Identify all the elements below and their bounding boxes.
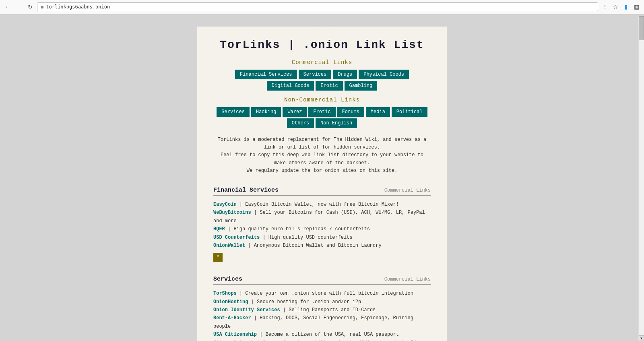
forward-button[interactable]: →: [14, 2, 23, 11]
nav-nc-political[interactable]: Political: [392, 107, 427, 117]
list-item: Hitman Network | Group of contract kille…: [213, 339, 431, 341]
link-onion-identity[interactable]: Onion Identity Services: [213, 307, 280, 313]
list-item: Rent-A-Hacker | Hacking, DDOS, Social En…: [213, 314, 431, 331]
non-commercial-links-header: Non-Commercial Links: [213, 97, 431, 103]
section-title-row-services: Services Commercial Links: [213, 276, 431, 285]
section-type-financial: Commercial Links: [384, 188, 431, 193]
bookmark-button[interactable]: ☆: [611, 2, 620, 11]
list-item: USA Citizenship | Become a citizen of th…: [213, 331, 431, 339]
link-usd-counterfeits[interactable]: USD Counterfeits: [213, 235, 260, 240]
link-easycoin[interactable]: EasyCoin: [213, 202, 237, 207]
back-to-top-financial[interactable]: ^: [213, 253, 223, 262]
menu-button[interactable]: ⋮: [601, 2, 609, 11]
shield-button[interactable]: ▮: [621, 2, 630, 11]
nav-nc-warez[interactable]: Warez: [283, 107, 307, 117]
list-item: TorShops | Create your own .onion store …: [213, 289, 431, 298]
nav-physical-goods[interactable]: Physical Goods: [359, 70, 409, 79]
page-content: TorLinks | .onion Link List Commercial L…: [197, 27, 447, 341]
section-name-financial: Financial Services: [213, 187, 279, 194]
nav-services[interactable]: Services: [299, 70, 332, 79]
nav-nc-erotic[interactable]: Erotic: [308, 107, 335, 117]
nav-digital-goods[interactable]: Digital Goods: [267, 81, 314, 91]
link-onionhosting-text: | Secure hosting for .onion and/or i2p: [248, 299, 361, 305]
link-usa-citizenship[interactable]: USA Citizenship: [213, 332, 257, 337]
nav-nc-hacking[interactable]: Hacking: [251, 107, 281, 117]
link-hqer-text: | High quality euro bills replicas / cou…: [225, 226, 370, 232]
scrollbar: ▲ ▼: [638, 16, 644, 341]
page-wrapper: TorLinks | .onion Link List Commercial L…: [0, 14, 644, 341]
list-item: HQER | High quality euro bills replicas …: [213, 225, 431, 233]
link-hqer[interactable]: HQER: [213, 226, 225, 232]
page-title: TorLinks | .onion Link List: [213, 39, 431, 51]
refresh-button[interactable]: ↻: [26, 2, 35, 11]
browser-toolbar: ← → ↻ ● ⋮ ☆ ▮ ▦: [0, 0, 644, 14]
list-item: EasyCoin | EasyCoin Bitcoin Wallet, now …: [213, 200, 431, 209]
section-title-row-financial: Financial Services Commercial Links: [213, 187, 431, 196]
link-rent-a-hacker[interactable]: Rent-A-Hacker: [213, 315, 251, 321]
link-torshops[interactable]: TorShops: [213, 291, 237, 296]
link-torshops-text: | Create your own .onion store with full…: [237, 291, 413, 296]
scroll-down-arrow[interactable]: ▼: [639, 335, 644, 341]
scrollbar-thumb[interactable]: [639, 16, 644, 40]
link-onion-identity-text: | Selling Passports and ID-Cards: [280, 307, 376, 313]
nav-erotic[interactable]: Erotic: [316, 81, 343, 91]
link-usd-counterfeits-text: | High quality USD counterfeits: [260, 235, 352, 240]
link-webuybitcoins[interactable]: WeBuyBitcoins: [213, 210, 251, 215]
extension-button[interactable]: ▦: [632, 2, 641, 11]
back-button[interactable]: ←: [3, 2, 12, 11]
list-item: OnionHosting | Secure hosting for .onion…: [213, 298, 431, 306]
list-item: OnionWallet | Anonymous Bitcoin Wallet a…: [213, 242, 431, 250]
commercial-links-header: Commercial Links: [213, 59, 431, 66]
section-type-services: Commercial Links: [384, 277, 431, 282]
list-item: Onion Identity Services | Selling Passpo…: [213, 306, 431, 314]
link-onionwallet-text: | Anonymous Bitcoin Wallet and Bitcoin L…: [245, 243, 381, 248]
link-onionhosting[interactable]: OnionHosting: [213, 299, 248, 305]
section-financial-services: Financial Services Commercial Links Easy…: [213, 187, 431, 264]
section-name-services: Services: [213, 276, 242, 283]
commercial-nav: Financial Services Services Drugs Physic…: [213, 70, 431, 91]
browser-chrome: ← → ↻ ● ⋮ ☆ ▮ ▦: [0, 0, 644, 14]
nav-gambling[interactable]: Gambling: [345, 81, 378, 91]
list-item: USD Counterfeits | High quality USD coun…: [213, 234, 431, 242]
non-commercial-nav: Services Hacking Warez Erotic Forums Med…: [213, 107, 431, 128]
list-item: WeBuyBitcoins | Sell your Bitcoins for C…: [213, 209, 431, 225]
link-easycoin-text: | EasyCoin Bitcoin Wallet, now with free…: [237, 202, 399, 207]
nav-nc-forums[interactable]: Forums: [337, 107, 364, 117]
nav-financial-services[interactable]: Financial Services: [235, 70, 297, 79]
nav-drugs[interactable]: Drugs: [333, 70, 357, 79]
section-services: Services Commercial Links TorShops | Cre…: [213, 276, 431, 341]
nav-nc-non-english[interactable]: Non-English: [316, 118, 357, 128]
nav-nc-media[interactable]: Media: [366, 107, 390, 117]
link-usa-citizenship-text: | Become a citizen of the USA, real USA …: [257, 332, 399, 337]
lock-icon: ●: [41, 4, 43, 10]
link-onionwallet[interactable]: OnionWallet: [213, 243, 245, 248]
address-bar-container: ●: [37, 2, 598, 11]
nav-nc-services[interactable]: Services: [217, 107, 250, 117]
address-bar[interactable]: [46, 4, 594, 10]
browser-actions: ⋮ ☆ ▮ ▦: [601, 2, 641, 11]
nav-nc-others[interactable]: Others: [287, 118, 314, 128]
site-description: TorLinks is a moderated replacement for …: [213, 136, 431, 175]
